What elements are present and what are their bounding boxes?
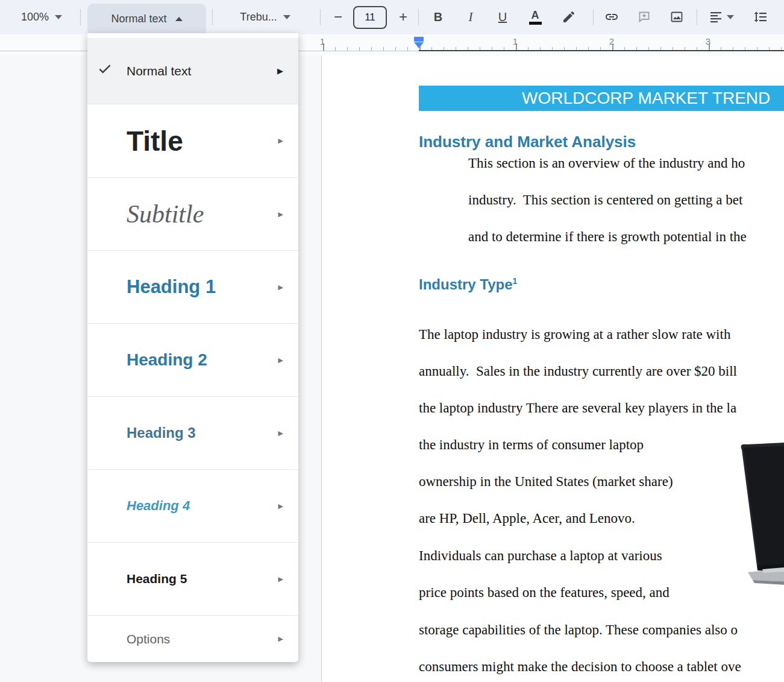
banner-title: WORLDCORP MARKET TREND [522, 86, 770, 111]
subsection-heading[interactable]: Industry Type1 [419, 276, 517, 293]
paragraph-style-value: Normal text [111, 13, 166, 25]
font-select[interactable]: Trebu... [220, 4, 310, 30]
menu-item-heading-5[interactable]: Heading 5 ▶ [87, 542, 298, 615]
body-line[interactable]: price points based on the features, spee… [419, 585, 670, 601]
indent-marker[interactable] [414, 37, 424, 48]
ruler-mark: 3 [704, 36, 712, 46]
insert-link-button[interactable] [601, 4, 622, 30]
decrease-font-size-button[interactable]: − [328, 4, 348, 30]
line-spacing-button[interactable] [750, 4, 771, 30]
body-line[interactable]: the laptop industry There are several ke… [419, 400, 736, 416]
body-line[interactable]: Individuals can purchase a laptop at var… [419, 548, 662, 564]
menu-item-heading-4[interactable]: Heading 4 ▶ [87, 469, 298, 542]
menu-item-normal-text[interactable]: Normal text ▶ [87, 38, 298, 104]
submenu-arrow-icon: ▶ [278, 210, 283, 218]
body-line[interactable]: and to determine if there is growth pote… [468, 229, 747, 245]
chevron-down-icon [727, 15, 734, 19]
menu-item-label: Heading 3 [127, 425, 196, 441]
add-comment-button[interactable] [633, 4, 655, 30]
submenu-arrow-icon: ▶ [278, 575, 283, 583]
section-heading[interactable]: Industry and Market Analysis [419, 133, 636, 151]
add-comment-icon [637, 10, 651, 24]
italic-button[interactable]: I [460, 4, 481, 30]
submenu-arrow-icon: ▶ [278, 356, 283, 364]
menu-item-options[interactable]: Options ▶ [87, 615, 298, 662]
ruler-mark: 1 [318, 36, 327, 46]
align-left-icon [709, 10, 723, 24]
menu-item-heading-2[interactable]: Heading 2 ▶ [87, 323, 298, 396]
bold-button[interactable]: B [428, 4, 448, 30]
body-line[interactable]: are HP, Dell, Apple, Acer, and Lenovo. [419, 511, 635, 526]
body-line[interactable]: annually. Sales in the industry currentl… [419, 364, 737, 379]
ruler-mark: 2 [607, 36, 616, 46]
chevron-up-icon [175, 17, 183, 21]
font-size-input[interactable]: 11 [353, 6, 387, 29]
submenu-arrow-icon: ▶ [278, 635, 283, 643]
menu-item-label: Options [127, 632, 170, 646]
toolbar-separator [320, 9, 321, 25]
insert-image-button[interactable] [666, 4, 688, 30]
toolbar: 100% Normal text Trebu... − 11 + B I U A [0, 0, 784, 34]
menu-item-label: Title [127, 125, 183, 157]
highlight-color-button[interactable] [558, 4, 580, 30]
submenu-arrow-icon: ▶ [277, 66, 283, 75]
left-indent-handle[interactable] [414, 42, 424, 48]
menu-item-label: Subtitle [127, 200, 204, 229]
document-title-banner[interactable]: WORLDCORP MARKET TREND [419, 86, 784, 111]
check-icon [97, 61, 113, 77]
toolbar-separator [212, 9, 213, 25]
toolbar-separator [593, 9, 594, 25]
body-line[interactable]: This section is an overview of the indus… [468, 156, 745, 171]
menu-item-heading-1[interactable]: Heading 1 ▶ [87, 250, 298, 323]
line-spacing-icon [753, 10, 768, 24]
zoom-value: 100% [21, 11, 49, 24]
insert-image-icon [670, 10, 684, 24]
chevron-down-icon [283, 15, 290, 19]
paragraph-styles-menu: Normal text ▶ Title ▶ Subtitle ▶ Heading… [87, 33, 298, 662]
text-color-icon: A [529, 10, 542, 25]
menu-item-label: Heading 1 [127, 276, 216, 298]
align-button[interactable] [704, 4, 739, 30]
submenu-arrow-icon: ▶ [278, 137, 283, 145]
increase-font-size-button[interactable]: + [393, 4, 413, 30]
menu-item-label: Heading 5 [127, 572, 187, 586]
laptop-image[interactable] [726, 441, 784, 616]
body-line[interactable]: ownership in the United States (market s… [419, 474, 673, 490]
subsection-heading-text: Industry Type [419, 276, 513, 292]
insert-link-icon [604, 10, 619, 24]
first-line-indent-handle[interactable] [414, 37, 424, 42]
menu-item-title[interactable]: Title ▶ [87, 104, 298, 177]
body-line[interactable]: consumers might make the decision to cho… [419, 659, 741, 675]
submenu-arrow-icon: ▶ [278, 502, 283, 510]
page-left-edge [321, 55, 322, 682]
body-line[interactable]: storage capabilities of the laptop. Thes… [419, 622, 738, 638]
body-line[interactable]: the industry in terms of consumer laptop [419, 437, 644, 453]
menu-item-label: Normal text [127, 64, 191, 78]
footnote-superscript: 1 [513, 276, 518, 286]
menu-item-label: Heading 4 [127, 498, 190, 514]
paragraph-styles-select[interactable]: Normal text [87, 4, 206, 34]
chevron-down-icon [55, 15, 62, 19]
google-docs-window: 100% Normal text Trebu... − 11 + B I U A [0, 0, 784, 682]
toolbar-separator [697, 9, 697, 25]
toolbar-separator [80, 9, 81, 25]
body-line[interactable]: The laptop industry is growing at a rath… [419, 327, 734, 343]
body-line[interactable]: industry. This section is centered on ge… [468, 192, 742, 208]
zoom-select[interactable]: 100% [8, 4, 75, 30]
submenu-arrow-icon: ▶ [278, 429, 283, 437]
submenu-arrow-icon: ▶ [278, 283, 283, 291]
font-value: Trebu... [240, 11, 277, 24]
toolbar-separator [418, 9, 419, 25]
menu-item-subtitle[interactable]: Subtitle ▶ [87, 177, 298, 250]
highlight-pen-icon [562, 10, 576, 24]
menu-item-heading-3[interactable]: Heading 3 ▶ [87, 396, 298, 469]
ruler-mark: 1 [511, 36, 519, 46]
ruler-content-edge [419, 50, 784, 51]
text-color-button[interactable]: A [525, 4, 545, 30]
ruler-ticks [321, 34, 784, 51]
underline-button[interactable]: U [492, 4, 513, 30]
menu-item-label: Heading 2 [127, 350, 207, 370]
